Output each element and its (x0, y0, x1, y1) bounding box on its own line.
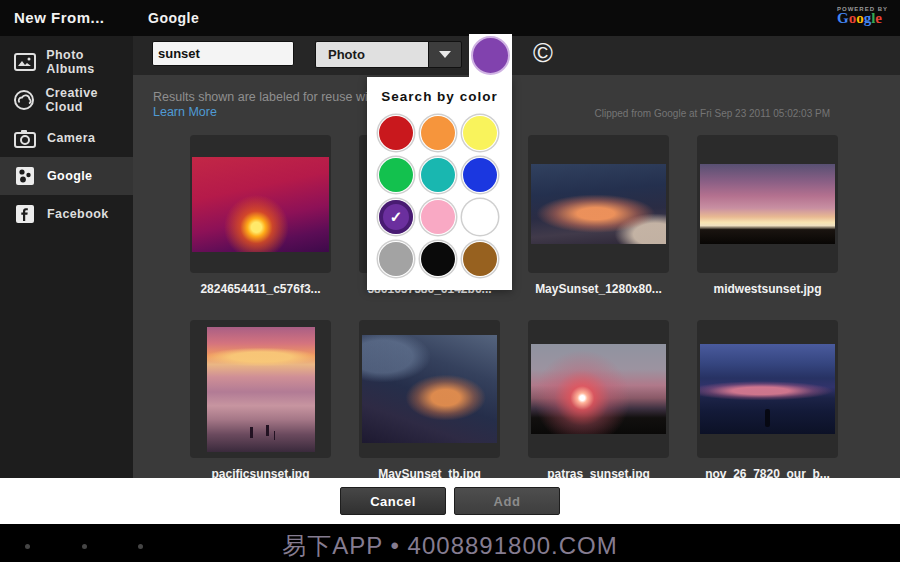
color-filter-chip[interactable] (469, 34, 512, 77)
type-select-value: Photo (315, 41, 428, 68)
sidebar-item-creative-cloud[interactable]: Creative Cloud (0, 81, 133, 119)
color-swatch-yellow[interactable] (463, 116, 497, 150)
sidebar-item-label: Google (47, 169, 92, 183)
top-bar: New From... Google POWERED BY Google (0, 0, 900, 36)
color-swatch-gray[interactable] (379, 242, 413, 276)
photo-result: nov_26_7820_our_b... (697, 320, 838, 478)
photo-caption: patras_sunset.jpg (528, 467, 669, 478)
learn-more-link[interactable]: Learn More (153, 105, 378, 120)
app: New From... Google POWERED BY Google Pho… (0, 0, 900, 562)
color-swatch-pink[interactable] (421, 200, 455, 234)
photo-caption: nov_26_7820_our_b... (697, 467, 838, 478)
photo-result: midwestsunset.jpg (697, 135, 838, 296)
watermark-text: 易下APP • 4008891800.COM (0, 530, 900, 562)
bottom-bar: 易下APP • 4008891800.COM (0, 524, 900, 562)
photo-albums-icon (13, 53, 36, 71)
google-logo: Google (837, 14, 888, 23)
photo-caption: pacificsunset.jpg (190, 467, 331, 478)
sidebar: Photo Albums Creative Cloud Camera Googl… (0, 36, 133, 478)
color-swatch-white[interactable] (463, 200, 497, 234)
google-icon (13, 166, 37, 186)
chevron-down-icon[interactable] (428, 41, 462, 68)
photo-result: MaySunset_1280x80... (528, 135, 669, 296)
sidebar-item-facebook[interactable]: Facebook (0, 195, 133, 233)
color-popup-title: Search by color (367, 77, 512, 104)
color-swatch-blue[interactable] (463, 158, 497, 192)
creative-cloud-icon (13, 89, 35, 111)
photo-caption: MaySunset_tb.jpg (359, 467, 500, 478)
sidebar-item-photo-albums[interactable]: Photo Albums (0, 43, 133, 81)
photo-result: pacificsunset.jpg (190, 320, 331, 478)
results-area: Results shown are labeled for reuse with… (133, 75, 900, 478)
photo-card-midwestsunse[interactable] (697, 135, 838, 273)
color-swatch-grid: ✓ (379, 116, 497, 276)
check-icon: ✓ (390, 208, 403, 226)
color-swatch-green[interactable] (379, 158, 413, 192)
footer-bar: Cancel Add (0, 478, 900, 524)
clipped-timestamp: Clipped from Google at Fri Sep 23 2011 0… (594, 108, 830, 119)
color-swatch-black[interactable] (421, 242, 455, 276)
type-select[interactable]: Photo (315, 41, 462, 68)
photo-card-2824654411c5[interactable] (190, 135, 331, 273)
photo-thumbnail (531, 164, 666, 244)
photo-thumbnail (700, 344, 835, 434)
sidebar-item-google[interactable]: Google (0, 157, 133, 195)
panel-title: Google (148, 10, 199, 26)
sidebar-item-label: Facebook (47, 207, 109, 221)
photo-thumbnail (700, 164, 835, 244)
google-logo-letter: G (837, 10, 849, 26)
add-button[interactable]: Add (454, 487, 560, 515)
photo-caption: 2824654411_c576f3... (190, 282, 331, 296)
photo-result: 2824654411_c576f3... (190, 135, 331, 296)
color-swatch-red[interactable] (379, 116, 413, 150)
photo-card-patrassunset[interactable] (528, 320, 669, 458)
photo-card-pacificsunse[interactable] (190, 320, 331, 458)
license-notice: Results shown are labeled for reuse with… (153, 90, 378, 120)
sidebar-item-camera[interactable]: Camera (0, 119, 133, 157)
sidebar-item-label: Creative Cloud (45, 86, 133, 114)
photo-thumbnail (362, 335, 497, 443)
sidebar-item-label: Photo Albums (46, 48, 133, 76)
color-swatch-purple[interactable]: ✓ (379, 200, 413, 234)
cancel-button[interactable]: Cancel (340, 487, 446, 515)
window-title: New From... (14, 9, 105, 26)
content-toolbar: Photo © (133, 36, 900, 75)
facebook-icon (13, 204, 37, 224)
photo-card-nov267820our[interactable] (697, 320, 838, 458)
license-notice-text: Results shown are labeled for reuse with (153, 90, 378, 104)
color-swatch-teal[interactable] (421, 158, 455, 192)
selected-color-swatch (471, 36, 510, 75)
google-logo-letter: o (856, 10, 864, 26)
photo-thumbnail (531, 344, 666, 434)
search-input[interactable] (152, 41, 294, 66)
powered-by-google: POWERED BY Google (837, 5, 888, 23)
photo-thumbnail (192, 157, 329, 252)
photo-card-MaySunsettbj[interactable] (359, 320, 500, 458)
photo-caption: MaySunset_1280x80... (528, 282, 669, 296)
camera-icon (13, 129, 37, 148)
copyright-filter-icon[interactable]: © (533, 40, 553, 67)
sidebar-item-label: Camera (47, 131, 95, 145)
color-popup: Search by color ✓ (367, 77, 512, 290)
photo-card-MaySunset128[interactable] (528, 135, 669, 273)
photo-caption: midwestsunset.jpg (697, 282, 838, 296)
photo-result: patras_sunset.jpg (528, 320, 669, 478)
color-swatch-brown[interactable] (463, 242, 497, 276)
photo-result: MaySunset_tb.jpg (359, 320, 500, 478)
color-swatch-orange[interactable] (421, 116, 455, 150)
google-logo-letter: e (875, 10, 882, 26)
photo-thumbnail (207, 327, 315, 452)
